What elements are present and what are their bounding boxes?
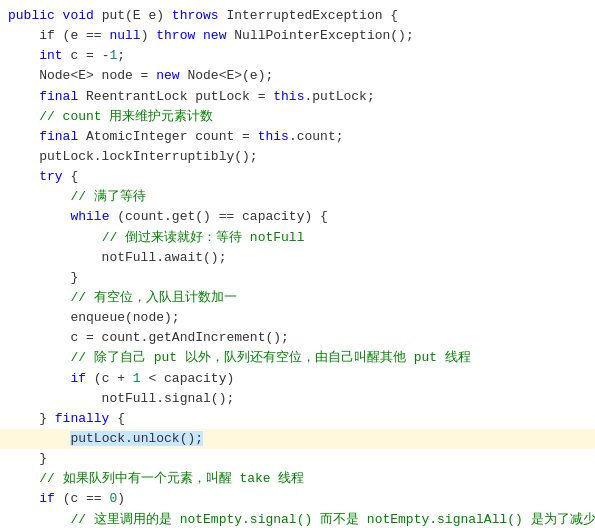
code-text: if (c == 0)	[8, 489, 587, 509]
code-token: ReentrantLock putLock =	[86, 89, 273, 104]
code-text: }	[8, 268, 587, 288]
code-line: }	[0, 268, 595, 288]
code-text: // 除了自己 put 以外，队列还有空位，由自己叫醒其他 put 线程	[8, 348, 587, 368]
code-text: int c = -1;	[8, 46, 587, 66]
code-token	[8, 209, 70, 224]
code-line: if (e == null) throw new NullPointerExce…	[0, 26, 595, 46]
code-token: {	[63, 169, 79, 184]
code-text: if (e == null) throw new NullPointerExce…	[8, 26, 587, 46]
code-token	[8, 169, 39, 184]
code-text: // 如果队列中有一个元素，叫醒 take 线程	[8, 469, 587, 489]
code-token	[8, 48, 39, 63]
highlighted-token: putLock.unlock();	[70, 431, 203, 446]
code-line: }	[0, 449, 595, 469]
code-text: } finally {	[8, 409, 587, 429]
code-token: AtomicInteger count =	[86, 129, 258, 144]
code-token: put(E e)	[102, 8, 172, 23]
code-token: // 除了自己 put 以外，队列还有空位，由自己叫醒其他 put 线程	[70, 350, 470, 365]
code-block: public void put(E e) throws InterruptedE…	[0, 6, 595, 528]
code-text: public void put(E e) throws InterruptedE…	[8, 6, 587, 26]
code-token: (c +	[86, 371, 133, 386]
code-token: final	[39, 129, 86, 144]
code-line: notFull.await();	[0, 248, 595, 268]
code-text: // 这里调用的是 notEmpty.signal() 而不是 notEmpty…	[8, 510, 595, 528]
code-text: c = count.getAndIncrement();	[8, 328, 587, 348]
code-line: // 满了等待	[0, 187, 595, 207]
code-line: int c = -1;	[0, 46, 595, 66]
code-token: while	[70, 209, 109, 224]
code-token: 1	[133, 371, 141, 386]
code-token: putLock.lockInterruptibly();	[8, 149, 258, 164]
code-text: while (count.get() == capacity) {	[8, 207, 587, 227]
code-token	[8, 350, 70, 365]
code-line: enqueue(node);	[0, 308, 595, 328]
code-token: }	[8, 270, 78, 285]
code-token: public	[8, 8, 63, 23]
code-text: }	[8, 449, 587, 469]
code-token: finally	[55, 411, 110, 426]
code-token: }	[8, 451, 47, 466]
code-token: if	[70, 371, 86, 386]
code-line: if (c == 0)	[0, 489, 595, 509]
code-token: this	[258, 129, 289, 144]
code-token: // 这里调用的是 notEmpty.signal() 而不是 notEmpty…	[70, 512, 595, 527]
code-token: < capacity)	[141, 371, 235, 386]
code-line: while (count.get() == capacity) {	[0, 207, 595, 227]
code-line: putLock.lockInterruptibly();	[0, 147, 595, 167]
code-token: NullPointerException();	[234, 28, 413, 43]
code-token: .putLock;	[304, 89, 374, 104]
code-text: // 满了等待	[8, 187, 587, 207]
code-token: throws	[172, 8, 227, 23]
code-text: // 倒过来读就好：等待 notFull	[8, 228, 587, 248]
code-line: final AtomicInteger count = this.count;	[0, 127, 595, 147]
code-token: throw	[156, 28, 203, 43]
code-token: Node<E>(e);	[187, 68, 273, 83]
code-token: Node<E> node =	[8, 68, 156, 83]
code-token: {	[109, 411, 125, 426]
code-token: )	[141, 28, 157, 43]
code-token: // 如果队列中有一个元素，叫醒 take 线程	[39, 471, 304, 486]
code-line: // 如果队列中有一个元素，叫醒 take 线程	[0, 469, 595, 489]
code-line: final ReentrantLock putLock = this.putLo…	[0, 87, 595, 107]
code-line: // count 用来维护元素计数	[0, 107, 595, 127]
code-line: try {	[0, 167, 595, 187]
code-text: Node<E> node = new Node<E>(e);	[8, 66, 587, 86]
code-line: notFull.signal();	[0, 389, 595, 409]
code-token	[8, 129, 39, 144]
code-token: InterruptedException {	[226, 8, 398, 23]
code-token: // 满了等待	[70, 189, 145, 204]
code-text: final AtomicInteger count = this.count;	[8, 127, 587, 147]
code-line: // 除了自己 put 以外，队列还有空位，由自己叫醒其他 put 线程	[0, 348, 595, 368]
code-token: // 有空位，入队且计数加一	[70, 290, 236, 305]
code-line: c = count.getAndIncrement();	[0, 328, 595, 348]
code-line: // 有空位，入队且计数加一	[0, 288, 595, 308]
code-token: if	[39, 491, 55, 506]
code-token	[8, 89, 39, 104]
code-text: notFull.await();	[8, 248, 587, 268]
code-token: ;	[117, 48, 125, 63]
code-text: // count 用来维护元素计数	[8, 107, 587, 127]
code-token: c = -	[63, 48, 110, 63]
code-token: // 倒过来读就好：等待 notFull	[102, 230, 305, 245]
code-text: if (c + 1 < capacity)	[8, 369, 587, 389]
code-token: c = count.getAndIncrement();	[8, 330, 289, 345]
code-token	[8, 431, 70, 446]
code-token: try	[39, 169, 62, 184]
code-line: putLock.unlock();	[0, 429, 595, 449]
code-token: notFull.await();	[8, 250, 226, 265]
code-text: try {	[8, 167, 587, 187]
code-line: // 倒过来读就好：等待 notFull	[0, 228, 595, 248]
code-token	[8, 290, 70, 305]
code-text: // 有空位，入队且计数加一	[8, 288, 587, 308]
code-token: notFull.signal();	[8, 391, 234, 406]
code-token: if (e ==	[8, 28, 109, 43]
code-line: // 这里调用的是 notEmpty.signal() 而不是 notEmpty…	[0, 510, 595, 528]
code-token: int	[39, 48, 62, 63]
code-token: )	[117, 491, 125, 506]
code-line: Node<E> node = new Node<E>(e);	[0, 66, 595, 86]
code-token: .count;	[289, 129, 344, 144]
code-token	[8, 371, 70, 386]
code-token: new	[203, 28, 234, 43]
code-token: this	[273, 89, 304, 104]
code-text: final ReentrantLock putLock = this.putLo…	[8, 87, 587, 107]
